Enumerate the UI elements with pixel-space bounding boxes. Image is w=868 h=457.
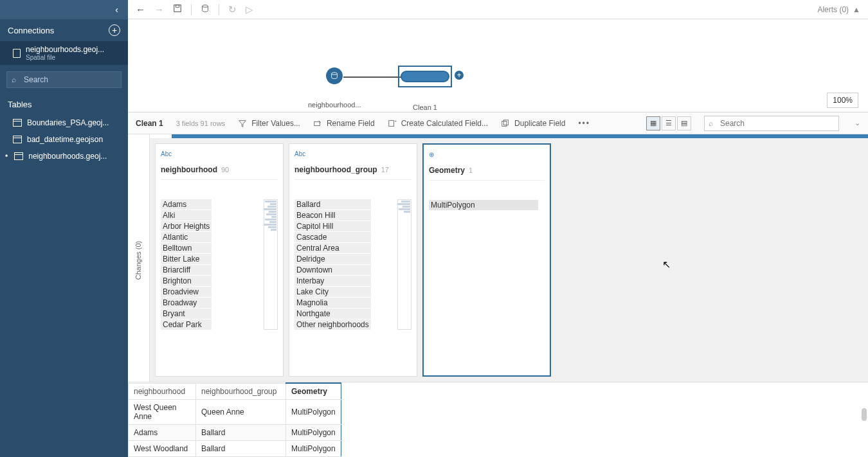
zoom-level[interactable]: 100% <box>827 93 858 108</box>
card-count: 17 <box>381 166 389 174</box>
more-options-button[interactable]: ••• <box>578 119 590 128</box>
chevron-down-icon[interactable]: ⌄ <box>854 119 860 127</box>
value-item[interactable]: Interbay <box>294 276 371 286</box>
alerts-indicator[interactable]: Alerts (0) ▲ <box>817 5 860 14</box>
value-item[interactable]: Brighton <box>161 276 212 286</box>
run-icon[interactable]: ▷ <box>246 4 253 15</box>
column-header[interactable]: neighbourhood_group <box>196 383 286 400</box>
calc-label: Create Calculated Field... <box>401 119 488 128</box>
flow-canvas[interactable]: neighbourhood... + Clean 1 100% <box>128 19 868 112</box>
filter-values-button[interactable]: Filter Values... <box>238 119 300 128</box>
value-item[interactable]: Capitol Hill <box>294 221 371 231</box>
card-title: neighbourhood_group <box>294 165 377 174</box>
value-item[interactable]: Adams <box>161 199 212 210</box>
table-cell: MultiPolygon <box>286 425 341 441</box>
database-icon[interactable] <box>201 4 210 15</box>
table-item-active[interactable]: neighbourhoods.geoj... <box>0 148 128 165</box>
value-item[interactable]: Arbor Heights <box>161 221 212 231</box>
table-cell: Queen Anne <box>196 400 286 425</box>
histogram <box>264 199 278 330</box>
value-item[interactable]: Northgate <box>294 309 371 319</box>
flow-node-label: neighbourhood... <box>308 101 361 109</box>
svg-rect-5 <box>388 120 393 126</box>
connection-type: Spatial file <box>26 54 104 61</box>
svg-rect-7 <box>502 121 507 126</box>
value-item[interactable]: Bryant <box>161 309 212 319</box>
value-item[interactable]: Magnolia <box>294 298 371 308</box>
table-cell: MultiPolygon <box>286 441 341 457</box>
value-item[interactable]: Broadway <box>161 298 212 308</box>
datasource-icon <box>326 67 343 84</box>
type-geo-icon: ⊕ <box>429 151 545 158</box>
value-item[interactable]: Ballard <box>294 199 371 210</box>
clean-step-icon <box>401 71 449 82</box>
column-header-geometry[interactable]: Geometry <box>286 383 341 400</box>
table-cell: West Queen Anne <box>129 400 196 425</box>
value-item[interactable]: Broadview <box>161 287 212 297</box>
scrollbar[interactable] <box>862 408 867 421</box>
value-item[interactable]: Central Area <box>294 243 371 253</box>
connection-item[interactable]: neighbourhoods.geoj... Spatial file <box>0 41 128 65</box>
action-bar: Clean 1 3 fields 91 rows Filter Values..… <box>128 112 868 134</box>
search-icon: ⌕ <box>12 75 16 84</box>
rename-label: Rename Field <box>327 119 375 128</box>
profile-card-neighbourhood-group[interactable]: Abc neighbourhood_group 17 BallardBeacon… <box>289 143 417 377</box>
warning-icon: ▲ <box>853 5 860 14</box>
value-item[interactable]: Beacon Hill <box>294 210 371 220</box>
data-grid: neighbourhood neighbourhood_group Geomet… <box>128 382 868 457</box>
duplicate-field-button[interactable]: Duplicate Field <box>501 119 565 128</box>
value-item[interactable]: MultiPolygon <box>429 200 538 210</box>
table-row[interactable]: West WoodlandBallardMultiPolygon <box>129 441 341 457</box>
histogram <box>397 199 411 330</box>
table-row[interactable]: West Queen AnneQueen AnneMultiPolygon <box>129 400 341 425</box>
tables-label: Tables <box>0 94 128 114</box>
view-grid-button[interactable]: ▤ <box>677 116 691 130</box>
top-toolbar: ← → ↻ ▷ Alerts (0) ▲ <box>128 0 868 19</box>
create-calculated-field-button[interactable]: + Create Calculated Field... <box>388 119 488 128</box>
table-icon <box>13 136 22 143</box>
value-item[interactable]: Downtown <box>294 265 371 275</box>
value-item[interactable]: Briarcliff <box>161 265 212 275</box>
view-list-button[interactable]: ☰ <box>662 116 676 130</box>
add-connection-button[interactable]: + <box>109 24 120 36</box>
column-header[interactable]: neighbourhood <box>129 383 196 400</box>
table-name: neighbourhoods.geoj... <box>28 152 107 161</box>
rename-field-button[interactable]: Rename Field <box>313 119 375 128</box>
value-item[interactable]: Delridge <box>294 254 371 264</box>
flow-node-input[interactable]: neighbourhood... <box>308 67 361 109</box>
value-item[interactable]: Cedar Park <box>161 319 212 330</box>
forward-icon[interactable]: → <box>154 4 164 15</box>
value-item[interactable]: Lake City <box>294 287 371 297</box>
view-profile-button[interactable]: ▦ <box>646 116 660 130</box>
value-item[interactable]: Belltown <box>161 243 212 253</box>
connection-name: neighbourhoods.geoj... <box>26 45 104 54</box>
add-step-button[interactable]: + <box>455 71 464 80</box>
table-row[interactable]: AdamsBallardMultiPolygon <box>129 425 341 441</box>
value-item[interactable]: Other neighborhoods <box>294 319 371 330</box>
changes-tab[interactable]: Changes (0) <box>128 138 150 382</box>
table-cell: Adams <box>129 425 196 441</box>
sidebar-collapse-bar[interactable]: ‹ <box>0 0 128 19</box>
file-icon <box>13 49 21 58</box>
table-item[interactable]: bad_datetime.geojson <box>0 131 128 148</box>
sidebar-search-input[interactable] <box>6 71 122 88</box>
dup-label: Duplicate Field <box>514 119 565 128</box>
step-meta: 3 fields 91 rows <box>176 120 225 127</box>
flow-node-label: Clean 1 <box>398 103 452 111</box>
svg-text:+: + <box>394 119 397 123</box>
svg-rect-4 <box>314 121 320 125</box>
save-icon[interactable] <box>173 4 182 15</box>
value-item[interactable]: Bitter Lake <box>161 254 212 264</box>
profile-search-input[interactable] <box>704 116 839 131</box>
value-item[interactable]: Alki <box>161 210 212 220</box>
refresh-icon[interactable]: ↻ <box>228 4 237 15</box>
flow-node-clean[interactable]: + Clean 1 <box>398 66 452 111</box>
alerts-label: Alerts (0) <box>817 5 849 14</box>
profile-card-neighbourhood[interactable]: Abc neighbourhood 90 AdamsAlkiArbor Heig… <box>155 143 284 377</box>
table-item[interactable]: Boundaries_PSA.geoj... <box>0 114 128 131</box>
back-icon[interactable]: ← <box>136 4 145 15</box>
value-item[interactable]: Cascade <box>294 232 371 242</box>
card-title: Geometry <box>429 166 465 175</box>
profile-card-geometry[interactable]: ⊕ Geometry 1 MultiPolygon <box>422 143 551 377</box>
value-item[interactable]: Atlantic <box>161 232 212 242</box>
